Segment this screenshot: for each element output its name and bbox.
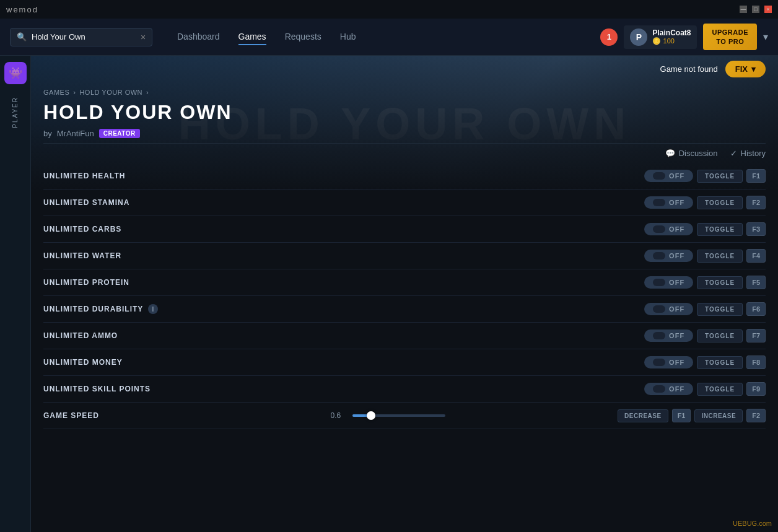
- notification-badge[interactable]: 1: [600, 28, 618, 46]
- increase-key-badge: F2: [746, 409, 766, 422]
- action-button-5[interactable]: TOGGLE: [697, 303, 743, 316]
- decrease-button[interactable]: DECREASE: [618, 409, 668, 422]
- key-badge-3: F4: [746, 249, 766, 263]
- cheat-row: UNLIMITED MONEY OFF TOGGLE F8: [43, 349, 766, 376]
- action-button-8[interactable]: TOGGLE: [697, 383, 743, 396]
- toggle-button-2[interactable]: OFF: [644, 223, 693, 235]
- breadcrumb-sep2: ›: [146, 89, 149, 96]
- speed-actions: DECREASE F1 INCREASE F2: [618, 409, 766, 422]
- cheat-row: UNLIMITED CARBS OFF TOGGLE F3: [43, 216, 766, 243]
- toggle-button-6[interactable]: OFF: [644, 329, 693, 342]
- user-name: PlainCoat8: [652, 28, 691, 37]
- key-badge-0: F1: [746, 169, 766, 183]
- header-right: 1 P PlainCoat8 🪙 100 UPGRADE TO PRO ▾: [600, 24, 768, 50]
- close-button[interactable]: ×: [764, 6, 772, 13]
- maximize-button[interactable]: □: [752, 6, 759, 13]
- user-info[interactable]: P PlainCoat8 🪙 100: [624, 25, 697, 49]
- game-speed-row: GAME SPEED 0.6 DECREASE F1 INCREASE F2: [43, 403, 766, 429]
- upgrade-label-line1: UPGRADE: [712, 28, 748, 37]
- cheat-actions-7: OFF TOGGLE F8: [644, 355, 766, 369]
- cheat-name-3: UNLIMITED WATER: [43, 251, 632, 260]
- user-details: PlainCoat8 🪙 100: [652, 28, 691, 45]
- main-nav: Dashboard Games Requests Hub: [177, 29, 356, 45]
- author-prefix: by: [43, 129, 52, 138]
- upgrade-button[interactable]: UPGRADE TO PRO: [703, 24, 757, 50]
- toggle-button-4[interactable]: OFF: [644, 276, 693, 289]
- window-controls: — □ ×: [740, 6, 772, 13]
- toggle-button-8[interactable]: OFF: [644, 383, 693, 395]
- nav-hub[interactable]: Hub: [340, 29, 356, 45]
- nav-games[interactable]: Games: [238, 29, 266, 45]
- slider-track[interactable]: [352, 414, 445, 417]
- content-area: Game not found FIX ▾ GAMES › HOLD YOUR O…: [31, 56, 778, 532]
- game-author: by MrAntiFun CREATOR: [43, 129, 766, 138]
- toggle-button-7[interactable]: OFF: [644, 356, 693, 368]
- toggle-button-1[interactable]: OFF: [644, 196, 693, 209]
- cheats-list: UNLIMITED HEALTH OFF TOGGLE F1 UNLIMITED…: [31, 163, 778, 532]
- cheat-row: UNLIMITED STAMINA OFF TOGGLE F2: [43, 190, 766, 216]
- cheat-name-2: UNLIMITED CARBS: [43, 225, 632, 233]
- cheat-actions-0: OFF TOGGLE F1: [644, 169, 766, 183]
- slider-container: 0.6: [331, 411, 606, 420]
- nav-dashboard[interactable]: Dashboard: [177, 29, 220, 45]
- game-header: GAMES › HOLD YOUR OWN › HOLD YOUR OWN by…: [31, 82, 778, 138]
- tab-history[interactable]: ✓ History: [730, 149, 766, 158]
- info-icon[interactable]: i: [148, 304, 158, 314]
- cheat-row: UNLIMITED DURABILITY i OFF TOGGLE F6: [43, 296, 766, 323]
- brand-label: wemod: [6, 5, 38, 14]
- history-label: History: [741, 149, 766, 158]
- user-avatar: P: [630, 28, 647, 46]
- key-badge-1: F2: [746, 196, 766, 209]
- history-icon: ✓: [730, 149, 737, 158]
- cheat-actions-4: OFF TOGGLE F5: [644, 276, 766, 289]
- action-button-3[interactable]: TOGGLE: [697, 250, 743, 263]
- search-input[interactable]: [32, 32, 136, 41]
- slider-value: 0.6: [331, 411, 346, 420]
- toggle-button-3[interactable]: OFF: [644, 250, 693, 262]
- discussion-icon: 💬: [665, 149, 675, 158]
- nav-requests[interactable]: Requests: [285, 29, 321, 45]
- search-clear-icon[interactable]: ×: [141, 32, 146, 42]
- search-icon: 🔍: [17, 32, 27, 41]
- key-badge-7: F8: [746, 355, 766, 369]
- action-button-1[interactable]: TOGGLE: [697, 196, 743, 209]
- cheat-actions-8: OFF TOGGLE F9: [644, 382, 766, 396]
- cheat-name-4: UNLIMITED PROTEIN: [43, 278, 632, 287]
- key-badge-6: F7: [746, 329, 766, 342]
- increase-button[interactable]: INCREASE: [694, 409, 743, 422]
- sidebar-game-icon[interactable]: 👾: [4, 62, 27, 84]
- cheat-row: UNLIMITED PROTEIN OFF TOGGLE F5: [43, 269, 766, 296]
- cheat-name-5: UNLIMITED DURABILITY i: [43, 304, 632, 314]
- cheat-name-0: UNLIMITED HEALTH: [43, 172, 632, 180]
- breadcrumb-sep1: ›: [73, 89, 76, 96]
- cheat-row: UNLIMITED HEALTH OFF TOGGLE F1: [43, 163, 766, 190]
- dropdown-arrow[interactable]: ▾: [763, 31, 768, 43]
- cheat-row: UNLIMITED WATER OFF TOGGLE F4: [43, 243, 766, 269]
- action-button-4[interactable]: TOGGLE: [697, 276, 743, 289]
- cheat-name-7: UNLIMITED MONEY: [43, 358, 632, 367]
- toggle-button-5[interactable]: OFF: [644, 303, 693, 315]
- author-name[interactable]: MrAntiFun: [57, 129, 94, 138]
- cheat-name-8: UNLIMITED SKILL POINTS: [43, 385, 632, 393]
- action-button-2[interactable]: TOGGLE: [697, 223, 743, 236]
- breadcrumb-game[interactable]: HOLD YOUR OWN: [79, 89, 142, 96]
- minimize-button[interactable]: —: [740, 6, 747, 13]
- titlebar: wemod — □ ×: [0, 0, 778, 19]
- tab-discussion[interactable]: 💬 Discussion: [665, 149, 718, 158]
- action-button-6[interactable]: TOGGLE: [697, 329, 743, 342]
- action-button-0[interactable]: TOGGLE: [697, 170, 743, 183]
- game-title: HOLD YOUR OWN: [43, 101, 766, 124]
- upgrade-label-line2: TO PRO: [712, 37, 748, 46]
- cheat-name-1: UNLIMITED STAMINA: [43, 198, 632, 207]
- action-button-7[interactable]: TOGGLE: [697, 356, 743, 369]
- slider-thumb[interactable]: [367, 411, 375, 420]
- fix-button[interactable]: FIX ▾: [725, 61, 766, 77]
- fix-label: FIX: [735, 64, 748, 74]
- search-box[interactable]: 🔍 ×: [10, 28, 152, 46]
- decrease-key-badge: F1: [672, 409, 691, 422]
- discussion-label: Discussion: [679, 149, 718, 158]
- key-badge-2: F3: [746, 222, 766, 236]
- toggle-button-0[interactable]: OFF: [644, 170, 693, 182]
- breadcrumb-games[interactable]: GAMES: [43, 89, 69, 96]
- main-layout: 👾 PLAYER Game not found FIX ▾ GAMES › HO…: [0, 56, 778, 532]
